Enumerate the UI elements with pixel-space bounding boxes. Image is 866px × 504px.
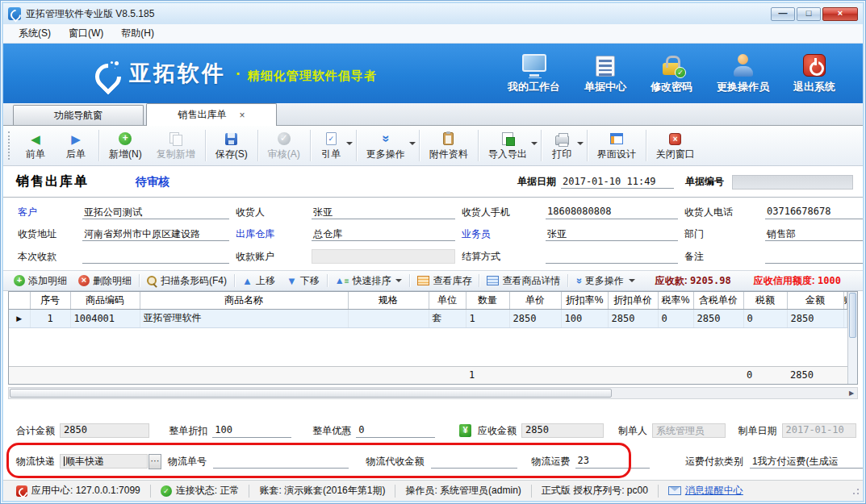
- total-amount-field[interactable]: 2850: [60, 423, 149, 438]
- cell-discount-rate[interactable]: 100: [561, 309, 608, 327]
- remark-field[interactable]: [765, 250, 863, 264]
- tab-close-icon[interactable]: ×: [239, 110, 245, 120]
- scan-barcode-button[interactable]: 扫描条形码(F4): [141, 274, 232, 288]
- salesman-field[interactable]: 张亚: [546, 227, 678, 241]
- move-down-button[interactable]: ▼ 下移: [281, 274, 325, 288]
- tab-sales-outbound[interactable]: 销售出库单 ×: [146, 103, 277, 126]
- freight-field[interactable]: 23: [575, 455, 650, 469]
- cell-name[interactable]: 亚拓管理软件: [140, 309, 348, 327]
- salesman-label[interactable]: 业务员: [462, 227, 539, 241]
- message-center-link[interactable]: 消息提醒中心: [658, 485, 753, 498]
- table-row[interactable]: ▶ 1 1004001 亚拓管理软件 套 1 2850 100 2850 0 2…: [9, 309, 847, 327]
- cell-tax-rate[interactable]: 0: [658, 309, 693, 327]
- menu-window[interactable]: 窗口(W): [60, 24, 112, 43]
- phone-field[interactable]: 03716678678: [765, 206, 863, 219]
- switch-operator-button[interactable]: 更换操作员: [717, 52, 769, 94]
- warehouse-field[interactable]: 总仓库: [312, 227, 455, 241]
- vertical-scrollbar[interactable]: [847, 292, 857, 384]
- quick-sort-button[interactable]: ▲≡ 快速排序: [329, 274, 408, 288]
- minimize-button[interactable]: —: [771, 7, 795, 21]
- cell-tax[interactable]: 0: [743, 309, 787, 327]
- close-button[interactable]: ×: [822, 7, 858, 21]
- col-gift[interactable]: 赠: [843, 292, 847, 309]
- pull-doc-button[interactable]: ✓ 引单: [313, 126, 354, 165]
- vertical-scrollbar-thumb[interactable]: [849, 293, 856, 338]
- cell-price[interactable]: 2850: [509, 309, 561, 327]
- col-discount-rate[interactable]: 折扣率%: [561, 292, 608, 309]
- cell-gift[interactable]: [843, 309, 847, 327]
- exit-system-button[interactable]: 退出系统: [793, 52, 835, 94]
- col-seq[interactable]: 序号: [30, 292, 70, 309]
- col-tax-rate[interactable]: 税率%: [658, 292, 693, 309]
- col-tax[interactable]: 税额: [743, 292, 787, 309]
- ui-design-button[interactable]: 界面设计: [590, 126, 643, 165]
- warehouse-label[interactable]: 出库仓库: [236, 227, 305, 241]
- credit-limit: 应收信用额度: 1000: [754, 274, 841, 288]
- view-product-detail-button[interactable]: 查看商品详情: [481, 274, 566, 288]
- settlement-field[interactable]: [546, 250, 678, 264]
- menu-help[interactable]: 帮助(H): [112, 24, 163, 43]
- cell-seq[interactable]: 1: [30, 309, 70, 327]
- cell-spec[interactable]: [348, 309, 429, 327]
- doc-date-field[interactable]: 2017-01-10 11:49: [561, 176, 674, 189]
- logistics-express-field[interactable]: 顺丰快递: [60, 454, 148, 469]
- resize-grip[interactable]: [851, 487, 860, 495]
- view-stock-button[interactable]: 查看库存: [412, 274, 477, 288]
- consignee-field[interactable]: 张亚: [312, 206, 455, 219]
- add-new-button[interactable]: + 新增(N): [102, 126, 149, 165]
- col-name[interactable]: 商品名称: [140, 292, 348, 309]
- menu-system[interactable]: 系统(S): [10, 24, 60, 43]
- col-qty[interactable]: 数量: [466, 292, 509, 309]
- cell-tax-price[interactable]: 2850: [693, 309, 743, 327]
- cell-qty[interactable]: 1: [466, 309, 509, 327]
- cell-unit[interactable]: 套: [429, 309, 466, 327]
- import-export-button[interactable]: 导入导出: [481, 126, 538, 165]
- doc-number-field[interactable]: [732, 175, 853, 190]
- col-tax-price[interactable]: 含税单价: [693, 292, 743, 309]
- express-picker-button[interactable]: ⋯: [149, 454, 161, 469]
- add-detail-button[interactable]: + 添加明细: [8, 274, 73, 288]
- mobile-field[interactable]: 18608080808: [546, 206, 678, 219]
- horizontal-scrollbar-thumb[interactable]: [10, 389, 612, 398]
- detail-more-actions-button[interactable]: « 更多操作: [570, 274, 640, 288]
- scroll-right-arrow-icon[interactable]: ▶: [846, 388, 857, 398]
- print-button[interactable]: 打印: [544, 126, 584, 165]
- order-promo-field[interactable]: 0: [356, 424, 435, 438]
- col-price[interactable]: 单价: [509, 292, 561, 309]
- tab-function-nav[interactable]: 功能导航窗: [13, 105, 144, 125]
- my-workbench-button[interactable]: 我的工作台: [508, 52, 560, 94]
- payment-field[interactable]: [82, 250, 229, 264]
- next-doc-button[interactable]: ▶ 后单: [56, 126, 96, 165]
- receivable-amount-field[interactable]: 2850: [521, 423, 604, 438]
- attachments-button[interactable]: 附件资料: [422, 126, 475, 165]
- col-code[interactable]: 商品编码: [70, 292, 140, 309]
- department-field[interactable]: 销售部: [765, 227, 863, 241]
- cod-amount-field[interactable]: [431, 455, 517, 469]
- col-amount[interactable]: 金额: [787, 292, 843, 309]
- delete-detail-button[interactable]: × 删除明细: [73, 274, 137, 288]
- cell-amount[interactable]: 2850: [787, 309, 843, 327]
- close-window-button[interactable]: × 关闭窗口: [649, 126, 702, 165]
- freight-pay-type-field[interactable]: 1我方付运费(生成运: [750, 455, 863, 469]
- address-field[interactable]: 河南省郑州市中原区建设路: [82, 227, 229, 241]
- cell-discount-price[interactable]: 2850: [608, 309, 658, 327]
- cell-code[interactable]: 1004001: [70, 309, 140, 327]
- move-up-button[interactable]: ▲ 上移: [236, 274, 281, 288]
- more-actions-button[interactable]: « 更多操作: [359, 126, 416, 165]
- document-center-button[interactable]: 单据中心: [584, 52, 626, 94]
- change-password-button[interactable]: ✓ 修改密码: [651, 52, 692, 94]
- col-discount-price[interactable]: 折扣单价: [608, 292, 658, 309]
- customer-field[interactable]: 亚拓公司测试: [82, 206, 229, 219]
- horizontal-scrollbar[interactable]: ▶: [8, 387, 858, 399]
- maximize-button[interactable]: □: [797, 7, 821, 21]
- customer-label[interactable]: 客户: [18, 206, 76, 219]
- save-button[interactable]: 保存(S): [208, 126, 255, 165]
- account-field[interactable]: [312, 249, 455, 264]
- order-discount-field[interactable]: 100: [212, 424, 291, 438]
- col-spec[interactable]: 规格: [348, 292, 429, 309]
- prev-doc-button[interactable]: ◀ 前单: [15, 126, 56, 165]
- tracking-number-field[interactable]: [213, 455, 349, 469]
- col-unit[interactable]: 单位: [429, 292, 466, 309]
- copy-add-button[interactable]: 复制新增: [149, 126, 203, 165]
- audit-button[interactable]: ✓ 审核(A): [261, 126, 307, 165]
